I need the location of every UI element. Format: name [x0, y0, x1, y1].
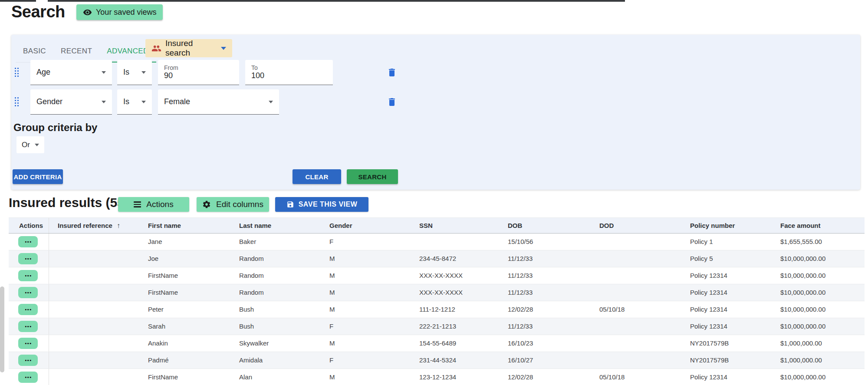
top-chrome-line: [0, 0, 36, 2]
trash-icon: [387, 67, 397, 78]
row-actions-button[interactable]: •••: [18, 287, 38, 298]
cell-gender: M: [321, 267, 411, 284]
eye-icon: [83, 8, 92, 17]
column-header-ssn[interactable]: SSN: [411, 218, 499, 233]
cell-ssn: 154-55-6489: [411, 335, 499, 352]
criteria-from-input[interactable]: From 90: [158, 60, 239, 85]
actions-button[interactable]: Actions: [118, 197, 189, 212]
column-header-gender[interactable]: Gender: [321, 218, 411, 233]
delete-criteria-button[interactable]: [385, 95, 398, 109]
column-header-actions[interactable]: Actions: [9, 218, 49, 233]
cell-gender: M: [321, 335, 411, 352]
sort-ascending-icon[interactable]: ↑: [117, 218, 120, 233]
column-header-last-name[interactable]: Last name: [230, 218, 321, 233]
cell-face-amount: $1,000,000.00: [772, 335, 865, 352]
search-button[interactable]: SEARCH: [347, 169, 398, 184]
to-input-value: 100: [251, 72, 327, 80]
search-tabs: BASIC RECENT ADVANCED: [16, 40, 156, 63]
cell-actions: •••: [9, 284, 49, 301]
cell-last-name: Baker: [230, 234, 321, 250]
cell-policy-number: Policy 1: [681, 234, 772, 250]
save-icon: [286, 201, 294, 208]
table-body: •••JaneBakerF15/10/56Policy 1$1,655,555.…: [9, 234, 865, 385]
search-type-label: Insured search: [165, 39, 217, 58]
cell-first-name: Anakin: [139, 335, 230, 352]
criteria-field-select[interactable]: Gender: [30, 89, 112, 115]
results-title: Insured results (55): [9, 195, 129, 210]
cell-insured-reference: [49, 369, 139, 385]
chevron-down-icon: [102, 71, 106, 74]
row-actions-button[interactable]: •••: [18, 338, 38, 349]
criteria-to-input[interactable]: To 100: [245, 60, 333, 85]
row-actions-button[interactable]: •••: [18, 321, 38, 332]
cell-first-name: Padmé: [139, 352, 230, 369]
cell-policy-number: Policy 5: [681, 250, 772, 267]
vertical-scrollbar[interactable]: [0, 286, 4, 372]
cell-insured-reference: [49, 267, 139, 284]
cell-last-name: Amidala: [230, 352, 321, 369]
column-header-insured-reference[interactable]: Insured reference↑: [49, 218, 139, 233]
cell-gender: F: [321, 234, 411, 250]
saved-views-button[interactable]: Your saved views: [76, 4, 163, 20]
save-this-view-button[interactable]: SAVE THIS VIEW: [275, 197, 368, 212]
cell-last-name: Bush: [230, 301, 321, 318]
column-header-face-amount[interactable]: Face amount: [772, 218, 865, 233]
cell-dob: 15/10/56: [499, 234, 591, 250]
cell-actions: •••: [9, 335, 49, 352]
table-row: •••AnakinSkywalkerM154-55-648916/10/23NY…: [9, 335, 865, 352]
drag-handle-icon[interactable]: [15, 66, 21, 79]
column-header-first-name[interactable]: First name: [139, 218, 230, 233]
advanced-search-panel: BASIC RECENT ADVANCED Insured search Age…: [11, 35, 860, 190]
actions-button-label: Actions: [146, 200, 173, 209]
cell-actions: •••: [9, 250, 49, 267]
delete-criteria-button[interactable]: [385, 66, 398, 79]
cell-policy-number: Policy 12314: [681, 267, 772, 284]
cell-insured-reference: [49, 352, 139, 369]
row-actions-button[interactable]: •••: [18, 253, 38, 264]
cell-face-amount: $1,655,555.00: [772, 234, 865, 250]
row-actions-button[interactable]: •••: [18, 270, 38, 281]
column-header-dob[interactable]: DOB: [499, 218, 591, 233]
cell-dob: 12/02/28: [499, 369, 591, 385]
criteria-field-value: Gender: [36, 97, 102, 106]
row-actions-button[interactable]: •••: [18, 355, 38, 366]
edit-columns-button[interactable]: Edit columns: [197, 197, 269, 212]
row-actions-button[interactable]: •••: [18, 372, 38, 383]
cell-gender: M: [321, 369, 411, 385]
add-criteria-button[interactable]: ADD CRITERIA: [13, 169, 63, 184]
tab-recent[interactable]: RECENT: [53, 40, 99, 63]
people-group-icon: [151, 43, 161, 53]
cell-policy-number: Policy 12314: [681, 284, 772, 301]
table-row: •••FirstNameAlanM123-12-123412/02/2805/1…: [9, 369, 865, 385]
from-input-value: 90: [164, 72, 233, 80]
cell-policy-number: NY2017579B: [681, 352, 772, 369]
criteria-operator-value: Is: [123, 68, 141, 77]
criteria-field-select[interactable]: Age: [30, 60, 112, 85]
cell-ssn: 123-12-1234: [411, 369, 499, 385]
criteria-value-select[interactable]: Female: [158, 89, 279, 115]
cell-actions: •••: [9, 234, 49, 250]
cell-last-name: Alan: [230, 369, 321, 385]
from-input-label: From: [164, 65, 233, 71]
cell-ssn: 111-12-1212: [411, 301, 499, 318]
criteria-operator-select[interactable]: Is: [117, 89, 152, 115]
cell-first-name: Peter: [139, 301, 230, 318]
row-actions-button[interactable]: •••: [18, 304, 38, 315]
column-header-dod[interactable]: DOD: [591, 218, 681, 233]
tab-basic[interactable]: BASIC: [16, 40, 53, 63]
criteria-operator-select[interactable]: Is: [117, 60, 152, 85]
row-actions-button[interactable]: •••: [18, 236, 38, 247]
group-criteria-select[interactable]: Or: [16, 136, 44, 153]
clear-button[interactable]: CLEAR: [293, 169, 341, 184]
gear-icon: [202, 200, 211, 209]
group-criteria-value: Or: [22, 141, 30, 149]
criteria-field-value: Age: [36, 68, 102, 77]
cell-ssn: 234-45-8472: [411, 250, 499, 267]
drag-handle-icon[interactable]: [15, 95, 21, 109]
search-type-dropdown[interactable]: Insured search: [145, 39, 232, 57]
cell-dod: [591, 284, 681, 301]
cell-actions: •••: [9, 267, 49, 284]
column-header-policy-number[interactable]: Policy number: [681, 218, 772, 233]
top-chrome-line: [48, 0, 625, 2]
cell-insured-reference: [49, 335, 139, 352]
